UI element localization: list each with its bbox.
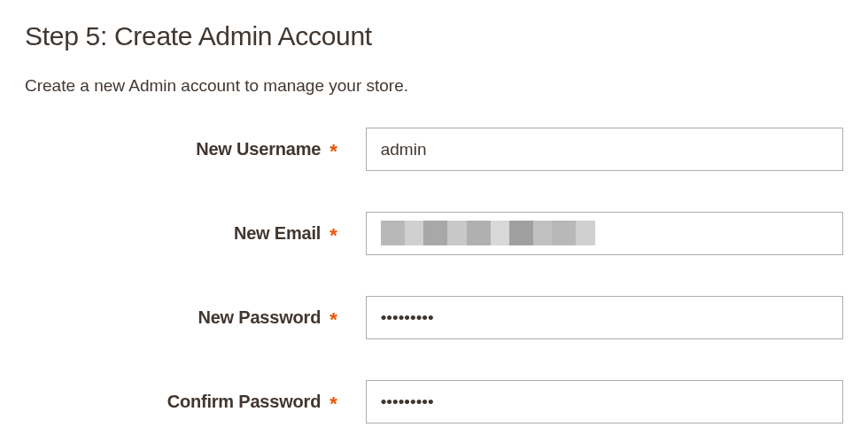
username-row: New Username *	[25, 128, 843, 171]
username-label: New Username	[196, 139, 321, 159]
username-label-wrap: New Username *	[25, 139, 343, 159]
required-marker-icon: *	[329, 142, 337, 161]
page-description: Create a new Admin account to manage you…	[25, 76, 843, 96]
password-row: New Password *	[25, 296, 843, 339]
email-input[interactable]	[366, 212, 843, 255]
username-input[interactable]	[366, 128, 843, 171]
page-title: Step 5: Create Admin Account	[25, 21, 843, 51]
password-input[interactable]	[366, 296, 843, 339]
required-marker-icon: *	[329, 394, 337, 414]
confirm-password-label: Confirm Password	[167, 392, 322, 412]
password-label: New Password	[198, 307, 321, 328]
confirm-password-row: Confirm Password *	[25, 380, 843, 424]
confirm-password-input[interactable]	[366, 380, 843, 424]
confirm-password-label-wrap: Confirm Password *	[25, 392, 343, 412]
required-marker-icon: *	[329, 226, 337, 245]
email-label: New Email	[234, 223, 321, 244]
required-marker-icon: *	[329, 310, 337, 330]
password-label-wrap: New Password *	[25, 307, 343, 328]
email-row: New Email *	[25, 212, 843, 255]
email-label-wrap: New Email *	[25, 223, 343, 244]
